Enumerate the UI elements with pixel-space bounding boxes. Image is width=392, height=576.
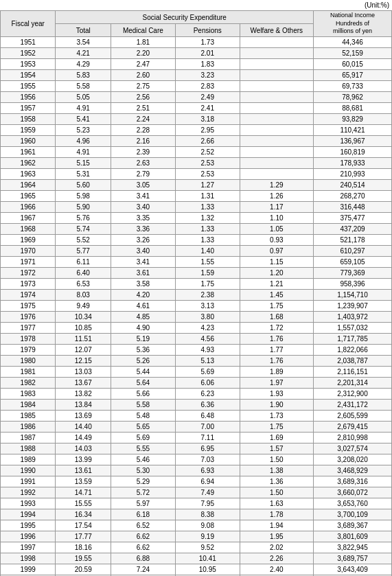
cell-7-0: 1958: [1, 114, 56, 125]
cell-47-2: 6.88: [111, 553, 175, 564]
cell-2-3: 1.83: [175, 59, 240, 70]
cell-38-1: 13.99: [56, 454, 111, 465]
cell-2-0: 1953: [1, 59, 56, 70]
cell-11-2: 2.63: [111, 158, 175, 169]
cell-14-0: 1965: [1, 191, 56, 202]
cell-14-5: 268,270: [313, 191, 391, 202]
cell-43-0: 1994: [1, 509, 56, 520]
cell-32-2: 5.66: [111, 389, 175, 400]
cell-23-3: 2.38: [175, 290, 240, 301]
table-row: 19675.763.351.321.10375,477: [1, 213, 392, 224]
table-row: 197610.344.853.801.681,403,972: [1, 312, 392, 323]
cell-41-1: 14.71: [56, 487, 111, 498]
cell-14-1: 5.98: [56, 191, 111, 202]
cell-42-0: 1993: [1, 498, 56, 509]
table-row: 199214.715.727.491.503,660,072: [1, 487, 392, 498]
cell-27-2: 5.19: [111, 334, 175, 345]
cell-24-1: 9.49: [56, 301, 111, 312]
cell-8-3: 2.95: [175, 125, 240, 136]
cell-48-4: 2.40: [240, 564, 313, 575]
cell-17-3: 1.33: [175, 224, 240, 235]
cell-11-0: 1962: [1, 158, 56, 169]
cell-15-1: 5.90: [56, 202, 111, 213]
cell-33-3: 6.36: [175, 400, 240, 411]
cell-15-3: 1.33: [175, 202, 240, 213]
cell-0-3: 1.73: [175, 37, 240, 48]
cell-8-5: 110,421: [313, 125, 391, 136]
table-row: 19565.052.562.4978,962: [1, 92, 392, 103]
table-row: 19705.773.401.400.97610,297: [1, 246, 392, 257]
cell-37-2: 5.55: [111, 443, 175, 454]
table-row: 197710.854.904.231.721,557,032: [1, 323, 392, 334]
cell-36-1: 14.49: [56, 433, 111, 443]
cell-11-1: 5.15: [56, 158, 111, 169]
table-row: 19736.533.581.751.21958,396: [1, 279, 392, 290]
table-row: 19604.962.162.66136,967: [1, 136, 392, 147]
cell-26-0: 1977: [1, 323, 56, 334]
cell-15-0: 1966: [1, 202, 56, 213]
cell-26-1: 10.85: [56, 323, 111, 334]
cell-2-2: 2.47: [111, 59, 175, 70]
cell-47-3: 10.41: [175, 553, 240, 564]
cell-40-2: 5.29: [111, 476, 175, 487]
table-row: 199315.555.977.951.633,653,760: [1, 498, 392, 509]
cell-41-3: 7.49: [175, 487, 240, 498]
cell-38-3: 7.03: [175, 454, 240, 465]
cell-32-4: 1.93: [240, 389, 313, 400]
cell-32-0: 1983: [1, 389, 56, 400]
cell-28-2: 5.36: [111, 345, 175, 356]
cell-20-5: 659,105: [313, 257, 391, 268]
cell-32-1: 13.82: [56, 389, 111, 400]
cell-9-1: 4.96: [56, 136, 111, 147]
fiscal-year-header: Fiscal year: [1, 11, 56, 37]
cell-28-0: 1979: [1, 345, 56, 356]
cell-36-2: 5.69: [111, 433, 175, 443]
table-row: 19665.903.401.331.17316,448: [1, 202, 392, 213]
cell-18-4: 0.93: [240, 235, 313, 246]
cell-12-4: [240, 169, 313, 180]
cell-9-5: 136,967: [313, 136, 391, 147]
cell-41-5: 3,660,072: [313, 487, 391, 498]
cell-16-0: 1967: [1, 213, 56, 224]
cell-17-1: 5.74: [56, 224, 111, 235]
cell-24-3: 3.13: [175, 301, 240, 312]
cell-1-2: 2.20: [111, 48, 175, 59]
cell-5-2: 2.56: [111, 92, 175, 103]
cell-21-4: 1.20: [240, 268, 313, 279]
cell-22-3: 1.75: [175, 279, 240, 290]
total-header: Total: [56, 24, 111, 37]
table-row: 19759.494.613.131.751,239,907: [1, 301, 392, 312]
table-row: 19513.541.811.7344,346: [1, 37, 392, 48]
table-row: 198814.035.556.951.573,027,574: [1, 443, 392, 454]
cell-23-2: 4.20: [111, 290, 175, 301]
data-body: 19513.541.811.7344,34619524.212.202.0152…: [1, 37, 392, 576]
cell-38-4: 1.50: [240, 454, 313, 465]
cell-33-0: 1984: [1, 400, 56, 411]
cell-34-4: 1.73: [240, 411, 313, 422]
cell-16-1: 5.76: [56, 213, 111, 224]
cell-22-4: 1.21: [240, 279, 313, 290]
cell-3-1: 5.83: [56, 70, 111, 81]
cell-13-1: 5.60: [56, 180, 111, 191]
cell-21-0: 1972: [1, 268, 56, 279]
cell-43-2: 6.18: [111, 509, 175, 520]
cell-43-1: 16.34: [56, 509, 111, 520]
unit-label: (Unit:%): [0, 0, 392, 10]
cell-45-5: 3,801,609: [313, 531, 391, 542]
cell-29-3: 5.13: [175, 356, 240, 367]
cell-8-4: [240, 125, 313, 136]
cell-19-5: 610,297: [313, 246, 391, 257]
cell-29-4: 1.76: [240, 356, 313, 367]
table-row: 199920.597.2410.952.403,643,409: [1, 564, 392, 575]
cell-30-3: 5.69: [175, 367, 240, 378]
cell-0-1: 3.54: [56, 37, 111, 48]
cell-36-5: 2,810,998: [313, 433, 391, 443]
cell-19-3: 1.40: [175, 246, 240, 257]
cell-43-3: 8.38: [175, 509, 240, 520]
cell-29-0: 1980: [1, 356, 56, 367]
cell-34-1: 13.69: [56, 411, 111, 422]
cell-13-2: 3.05: [111, 180, 175, 191]
cell-6-0: 1957: [1, 103, 56, 114]
cell-2-4: [240, 59, 313, 70]
cell-10-5: 160,819: [313, 147, 391, 158]
